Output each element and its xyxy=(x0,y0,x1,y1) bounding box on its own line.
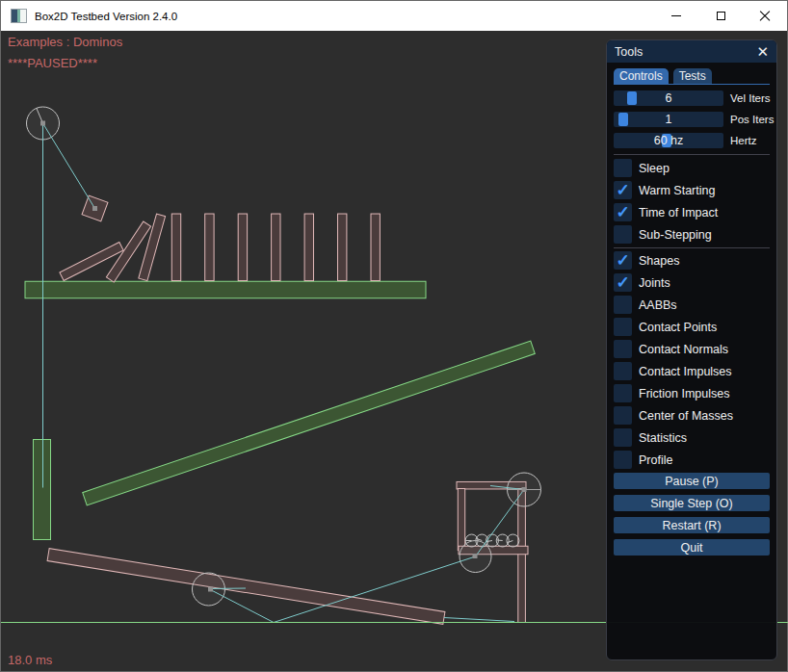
checkbox-row[interactable]: ✓ Profile xyxy=(614,451,770,469)
close-icon xyxy=(759,11,771,22)
window-titlebar: Box2D Testbed Version 2.4.0 xyxy=(1,1,787,31)
app-window: Box2D Testbed Version 2.4.0 Examples : D… xyxy=(0,0,788,672)
window-title: Box2D Testbed Version 2.4.0 xyxy=(35,11,177,22)
checkbox-row[interactable]: ✓ AABBs xyxy=(614,296,770,314)
slider-row: 6 Vel Iters xyxy=(614,90,770,106)
tools-panel-titlebar[interactable]: Tools ✕ xyxy=(607,40,776,63)
check-group-2: ✓ Shapes ✓ Joints ✓ AABBs xyxy=(614,251,770,469)
maximize-icon xyxy=(717,12,725,20)
checkbox-row[interactable]: ✓ Time of Impact xyxy=(614,203,770,221)
slider[interactable]: 1 xyxy=(614,112,723,127)
action-button[interactable]: Quit xyxy=(614,539,770,556)
window-controls xyxy=(654,1,787,31)
separator xyxy=(614,247,770,248)
sliders: 6 Vel Iters 1 Pos Iters xyxy=(614,90,770,148)
checkbox-row[interactable]: ✓ Joints xyxy=(614,273,770,292)
checkbox[interactable]: ✓ xyxy=(614,384,632,402)
close-button[interactable] xyxy=(743,1,787,31)
checkbox-row[interactable]: ✓ Center of Masses xyxy=(614,406,770,425)
checkbox[interactable]: ✓ xyxy=(614,362,632,380)
checkbox[interactable]: ✓ xyxy=(614,451,632,469)
checkbox[interactable]: ✓ xyxy=(614,203,632,221)
slider-row: 60 hz Hertz xyxy=(614,133,770,148)
action-buttons: Pause (P) Single Step (O) Restart (R) Qu… xyxy=(614,473,770,556)
tools-panel-title: Tools xyxy=(615,45,643,59)
checkbox[interactable]: ✓ xyxy=(614,428,632,447)
slider-row: 1 Pos Iters xyxy=(614,112,770,127)
checkbox-row[interactable]: ✓ Sub-Stepping xyxy=(614,225,770,244)
checkbox[interactable]: ✓ xyxy=(614,296,632,314)
checkbox[interactable]: ✓ xyxy=(614,340,632,358)
checkbox[interactable]: ✓ xyxy=(614,225,632,244)
checkbox[interactable]: ✓ xyxy=(614,181,632,199)
checkbox[interactable]: ✓ xyxy=(614,318,632,336)
checkbox-row[interactable]: ✓ Warm Starting xyxy=(614,181,770,199)
tools-panel: Tools ✕ Controls Tests xyxy=(606,39,777,660)
checkbox-row[interactable]: ✓ Friction Impulses xyxy=(614,384,770,402)
checkbox[interactable]: ✓ xyxy=(614,251,632,270)
action-button[interactable]: Pause (P) xyxy=(614,473,770,489)
checkbox-row[interactable]: ✓ Shapes xyxy=(614,251,770,270)
paused-label: ****PAUSED**** xyxy=(8,56,97,70)
checkbox-row[interactable]: ✓ Statistics xyxy=(614,428,770,447)
maximize-button[interactable] xyxy=(698,1,743,31)
separator xyxy=(614,154,770,155)
tab[interactable]: Controls xyxy=(614,68,669,84)
slider[interactable]: 6 xyxy=(614,90,723,106)
action-button[interactable]: Restart (R) xyxy=(614,517,770,533)
tools-panel-body: Controls Tests 6 xyxy=(607,63,776,556)
tab-bar: Controls Tests xyxy=(614,68,770,85)
frame-time-label: 18.0 ms xyxy=(8,653,52,667)
simulation-canvas[interactable]: Examples : Dominos ****PAUSED**** 18.0 m… xyxy=(1,31,787,671)
checkbox-row[interactable]: ✓ Contact Points xyxy=(614,318,770,336)
app-icon xyxy=(11,9,27,23)
action-button[interactable]: Single Step (O) xyxy=(614,495,770,511)
checkbox-row[interactable]: ✓ Sleep xyxy=(614,159,770,177)
checkbox[interactable]: ✓ xyxy=(614,273,632,292)
checkbox[interactable]: ✓ xyxy=(614,406,632,425)
checkbox-row[interactable]: ✓ Contact Impulses xyxy=(614,362,770,380)
checkbox[interactable]: ✓ xyxy=(614,159,632,177)
check-group-1: ✓ Sleep ✓ Warm Starting ✓ Time of Impact xyxy=(614,159,770,244)
tab[interactable]: Tests xyxy=(673,68,712,84)
slider[interactable]: 60 hz xyxy=(614,133,723,148)
example-label: Examples : Dominos xyxy=(8,35,122,49)
minimize-icon xyxy=(671,15,681,16)
minimize-button[interactable] xyxy=(654,1,698,31)
panel-close-icon[interactable]: ✕ xyxy=(756,44,769,59)
checkbox-row[interactable]: ✓ Contact Normals xyxy=(614,340,770,358)
